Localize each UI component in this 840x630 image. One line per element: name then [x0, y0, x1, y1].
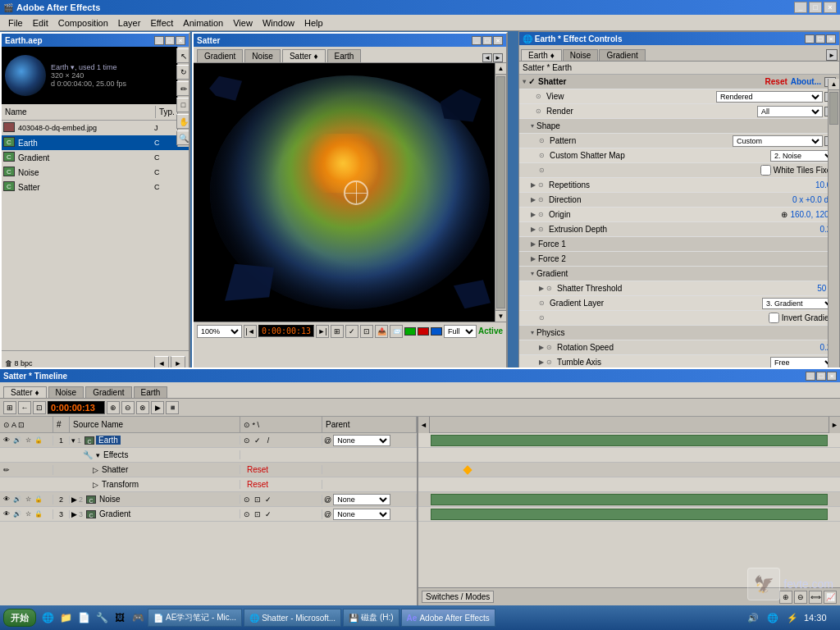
- project-close[interactable]: ×: [176, 36, 185, 45]
- switch2[interactable]: ✓: [253, 436, 262, 445]
- shatter-expand-tl[interactable]: ▷: [93, 466, 98, 474]
- transform-expand-tl[interactable]: ▷: [93, 481, 98, 489]
- lock-icon-3[interactable]: 🔒: [34, 509, 43, 519]
- tab-satter-diamond[interactable]: Satter ♦: [282, 49, 326, 62]
- menu-composition[interactable]: Composition: [53, 16, 113, 30]
- physics-header[interactable]: ▾ Physics: [519, 326, 839, 340]
- menu-help[interactable]: Help: [299, 16, 328, 30]
- tl-tab-satter[interactable]: Satter ♦: [3, 386, 47, 398]
- switch-n2[interactable]: ⊡: [253, 495, 262, 504]
- switch-n1[interactable]: ⊙: [242, 495, 252, 504]
- view-select[interactable]: Rendered Wireframe: [716, 91, 823, 103]
- tab-gradient-ec[interactable]: Gradient: [599, 49, 645, 61]
- tl-tab-gradient[interactable]: Gradient: [85, 386, 131, 398]
- tl-ctrl8[interactable]: ◾: [166, 401, 179, 414]
- tab-noise-ec[interactable]: Noise: [563, 49, 599, 61]
- tray-icon1[interactable]: 🔊: [745, 609, 761, 626]
- gl-select[interactable]: 3. Gradient None: [762, 298, 836, 309]
- list-item[interactable]: C Satter C: [2, 180, 189, 194]
- effect-close[interactable]: ×: [826, 34, 836, 43]
- ta-expand[interactable]: ▶: [539, 358, 544, 366]
- taskbar-item-ae[interactable]: Ae Adobe After Effects: [401, 609, 495, 627]
- tray-icon2[interactable]: 🌐: [765, 609, 781, 626]
- tl-tab-earth[interactable]: Earth: [134, 386, 168, 398]
- lock-icon[interactable]: 🔒: [34, 436, 43, 445]
- ctrl-btn5[interactable]: 📨: [390, 325, 403, 338]
- tl-ctrl5[interactable]: ⊖: [121, 401, 135, 414]
- satter-minimize[interactable]: _: [472, 36, 482, 45]
- tl-nav-left[interactable]: ◄: [418, 417, 430, 433]
- tl-minimize[interactable]: _: [806, 372, 815, 381]
- tray-icon3[interactable]: ⚡: [784, 609, 801, 626]
- taskbar-item-disk[interactable]: 💾 磁盘 (H:): [343, 609, 399, 627]
- solo-icon[interactable]: ☆: [23, 436, 33, 445]
- switch1[interactable]: ⊙: [242, 436, 252, 445]
- layer-expand-1[interactable]: ▾: [71, 436, 75, 445]
- effects-expand[interactable]: ▾: [96, 451, 100, 459]
- transform-reset-tl[interactable]: Reset: [247, 480, 268, 489]
- tool-pen[interactable]: ✏: [176, 81, 191, 96]
- shatter-header[interactable]: ▾ ✓ Shatter Reset About... ►: [519, 75, 839, 89]
- tool-rotate[interactable]: ↻: [176, 65, 191, 80]
- render-select[interactable]: All Layer: [757, 106, 823, 117]
- tl-close[interactable]: ×: [827, 372, 837, 381]
- list-item[interactable]: C Gradient C: [2, 150, 189, 165]
- scroll-thumb[interactable]: [496, 76, 505, 308]
- tl-ctrl7[interactable]: ▶: [151, 401, 164, 414]
- frame-back[interactable]: |◄: [244, 325, 257, 338]
- solo-icon-2[interactable]: ☆: [23, 495, 33, 504]
- ctrl-btn1[interactable]: ⊞: [331, 325, 344, 338]
- start-button[interactable]: 开始: [3, 609, 36, 627]
- satter-maximize[interactable]: □: [482, 36, 492, 45]
- tl-ctrl2[interactable]: ←: [18, 401, 31, 414]
- ctrl-btn3[interactable]: ⊡: [360, 325, 373, 338]
- layer-expand-2[interactable]: ▶: [71, 495, 77, 504]
- switch-g1[interactable]: ⊙: [242, 509, 252, 519]
- tab-noise[interactable]: Noise: [244, 49, 281, 62]
- tab-earth[interactable]: Earth: [327, 49, 362, 62]
- shatter-pencil[interactable]: ✏: [2, 465, 11, 475]
- satter-close[interactable]: ×: [493, 36, 503, 45]
- force1-header[interactable]: ▶ Force 1: [519, 237, 839, 252]
- taskbar-item-ae-notes[interactable]: 📄 AE学习笔记 - Mic...: [148, 609, 242, 627]
- lock-icon-2[interactable]: 🔒: [34, 495, 43, 504]
- eye-icon-3[interactable]: 👁: [2, 509, 11, 519]
- eye-icon-2[interactable]: 👁: [2, 495, 11, 504]
- close-btn[interactable]: ×: [824, 2, 837, 13]
- menu-edit[interactable]: Edit: [28, 16, 53, 30]
- taskbar-icon-app2[interactable]: 🖼: [112, 609, 128, 626]
- tab-gradient[interactable]: Gradient: [197, 49, 243, 62]
- menu-file[interactable]: File: [3, 16, 28, 30]
- parent-select-3[interactable]: None: [333, 509, 390, 520]
- tl-tab-noise[interactable]: Noise: [48, 386, 84, 398]
- ctrl-btn2[interactable]: ✓: [345, 325, 358, 338]
- rep-expand[interactable]: ▶: [531, 181, 536, 189]
- tool-arrow[interactable]: ↖: [176, 48, 191, 63]
- menu-window[interactable]: Window: [258, 16, 299, 30]
- layer-expand-3[interactable]: ▶: [71, 510, 77, 518]
- pattern-select[interactable]: Custom Glass Convex: [733, 135, 823, 147]
- scroll-down[interactable]: ▼: [495, 310, 506, 322]
- maximize-btn[interactable]: □: [809, 2, 822, 13]
- audio-icon[interactable]: 🔊: [12, 436, 22, 445]
- effect-scroll-thumb[interactable]: [829, 92, 838, 125]
- tool-rect[interactable]: □: [176, 98, 191, 112]
- csm-select[interactable]: 2. Noise 1. None: [770, 150, 836, 162]
- tl-ctrl1[interactable]: ⊞: [3, 401, 16, 414]
- tab-scroll-right[interactable]: ►: [493, 53, 503, 62]
- parent-select-2[interactable]: None: [333, 494, 390, 505]
- frame-fwd[interactable]: ►|: [316, 325, 329, 338]
- rs-expand[interactable]: ▶: [539, 344, 544, 351]
- project-maximize[interactable]: □: [165, 36, 175, 45]
- effect-scroll-btn[interactable]: ►: [826, 49, 838, 61]
- taskbar-icon-doc[interactable]: 📄: [75, 609, 92, 626]
- shatter-reset[interactable]: Reset: [765, 77, 788, 86]
- tool-hand[interactable]: ✋: [176, 114, 191, 129]
- taskbar-item-shatter[interactable]: 🌐 Shatter - Microsoft...: [244, 609, 341, 627]
- switches-modes-btn[interactable]: Switches / Modes: [422, 591, 494, 603]
- preview-scrollbar[interactable]: ▲ ▼: [495, 63, 506, 322]
- minimize-btn[interactable]: _: [794, 2, 807, 13]
- force2-header[interactable]: ▶ Force 2: [519, 252, 839, 267]
- thr-expand[interactable]: ▶: [539, 285, 544, 292]
- eye-icon[interactable]: 👁: [2, 436, 11, 445]
